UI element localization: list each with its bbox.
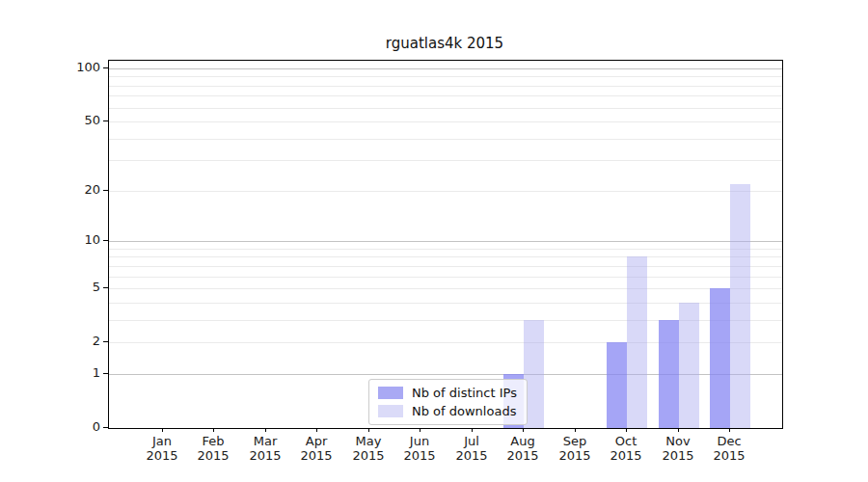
x-tick-mark [162, 428, 163, 432]
y-tick-label: 100 [39, 60, 100, 75]
gridline-major [109, 68, 782, 69]
y-tick-mark [103, 190, 108, 191]
x-tick-mark [265, 428, 266, 432]
y-tick-label: 5 [39, 280, 100, 295]
x-tick-mark [729, 428, 730, 432]
x-tick-label: Dec2015 [698, 434, 760, 463]
y-tick-label: 0 [39, 419, 100, 435]
legend: Nb of distinct IPs Nb of downloads [368, 379, 528, 425]
y-tick-label: 2 [39, 334, 100, 349]
chart-title: rguatlas4k 2015 [108, 35, 781, 52]
y-tick-label: 50 [39, 113, 100, 128]
bar-distinct-ips-nov-2015 [659, 320, 679, 428]
x-tick-mark [420, 428, 420, 432]
bar-distinct-ips-oct-2015 [607, 342, 627, 428]
gridline-minor [109, 249, 782, 250]
gridline-minor [109, 86, 782, 87]
x-tick-year: 2015 [698, 448, 760, 463]
legend-swatch-downloads-icon [378, 405, 403, 417]
y-tick-mark [103, 341, 108, 342]
x-tick-mark [472, 428, 473, 432]
x-tick-mark [523, 428, 524, 432]
gridline-minor [109, 277, 782, 278]
gridline-minor [109, 95, 782, 96]
gridline-minor [109, 108, 782, 109]
gridline-major [109, 241, 782, 242]
x-tick-mark [213, 428, 214, 432]
gridline-minor [109, 288, 782, 289]
y-tick-label: 20 [39, 182, 100, 198]
gridline-minor [109, 256, 782, 257]
bar-distinct-ips-dec-2015 [710, 288, 730, 428]
y-tick-mark [103, 373, 108, 374]
y-tick-mark [103, 67, 108, 68]
x-tick-mark [678, 428, 679, 432]
gridline-minor [109, 121, 782, 122]
bar-downloads-nov-2015 [679, 303, 699, 428]
y-tick-mark [103, 120, 108, 121]
legend-label-downloads: Nb of downloads [412, 404, 516, 418]
plot-area: Nb of distinct IPs Nb of downloads [108, 60, 783, 429]
y-tick-mark [103, 287, 108, 288]
bar-downloads-oct-2015 [627, 256, 647, 428]
y-tick-mark [103, 240, 108, 241]
x-tick-mark [368, 428, 369, 432]
chart-figure: rguatlas4k 2015 Nb of distinct IPs Nb of… [0, 0, 868, 482]
bar-downloads-dec-2015 [730, 184, 750, 428]
gridline-minor [109, 76, 782, 77]
legend-label-distinct-ips: Nb of distinct IPs [412, 386, 517, 400]
y-tick-mark [103, 427, 108, 428]
legend-item-downloads: Nb of downloads [378, 404, 517, 418]
x-tick-mark [575, 428, 576, 432]
gridline-minor [109, 160, 782, 161]
gridline-minor [109, 191, 782, 192]
y-tick-label: 1 [39, 365, 100, 381]
x-tick-mark [316, 428, 317, 432]
legend-swatch-distinct-ips-icon [378, 387, 403, 399]
gridline-minor [109, 139, 782, 140]
gridline-minor [109, 266, 782, 267]
x-tick-mark [626, 428, 627, 432]
legend-item-distinct-ips: Nb of distinct IPs [378, 386, 517, 400]
y-tick-label: 10 [39, 232, 100, 248]
x-tick-month: Dec [698, 434, 760, 448]
